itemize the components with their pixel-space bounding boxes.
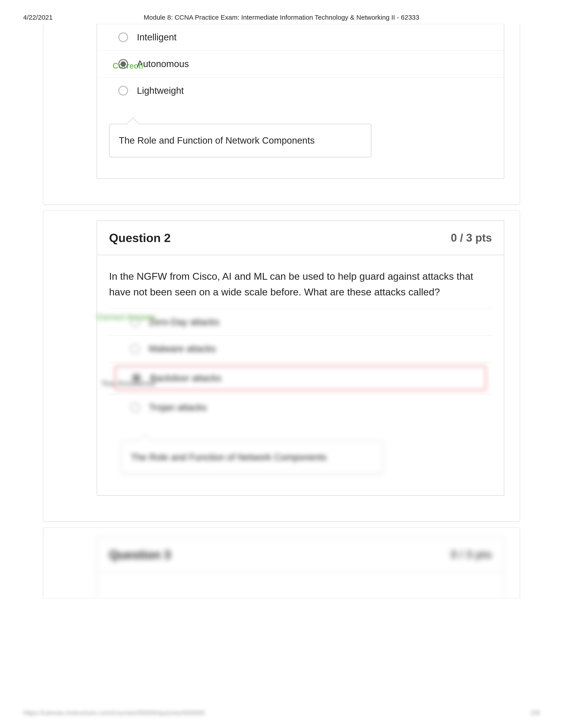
question-text: In the NGFW from Cisco, AI and ML can be… (109, 268, 492, 300)
side-label-correct: Correct! (53, 61, 143, 71)
question-points: 0 / 3 pts (451, 548, 492, 561)
radio-icon (118, 32, 128, 42)
answer-label: Malware attacks (149, 343, 216, 354)
radio-selected-icon (132, 373, 141, 383)
print-title: Module 8: CCNA Practice Exam: Intermedia… (0, 14, 563, 21)
answer-label: Lightweight (137, 85, 184, 96)
answer-label: Backdoor attacks (150, 373, 221, 383)
answer-label: Autonomous (137, 59, 189, 69)
question-header: Question 3 0 / 3 pts (97, 537, 504, 572)
radio-icon (130, 344, 140, 354)
question-header: Question 2 0 / 3 pts (97, 220, 504, 255)
answer-label: Trojan attacks (149, 402, 207, 413)
radio-icon (118, 86, 128, 96)
answer-option[interactable]: Autonomous (97, 51, 504, 77)
answer-option[interactable]: Zero-Day attacks (109, 309, 492, 335)
question-title: Question 3 (109, 548, 171, 561)
answer-option[interactable]: Trojan attacks (109, 394, 492, 421)
radio-icon (130, 403, 140, 412)
question-points: 0 / 3 pts (451, 231, 492, 244)
answer-label: Zero-Day attacks (149, 317, 219, 327)
topic-tag: The Role and Function of Network Compone… (109, 124, 371, 157)
answer-label: Intelligent (137, 32, 177, 43)
radio-selected-icon (118, 59, 128, 69)
radio-icon (130, 317, 140, 327)
question-card-2: Question 2 0 / 3 pts In the NGFW from Ci… (43, 210, 520, 522)
answer-option[interactable]: Intelligent (97, 24, 504, 51)
print-footer-url: https://canvas.instructure.com/courses/0… (23, 709, 205, 717)
topic-tag: The Role and Function of Network Compone… (121, 441, 383, 474)
answer-option-wrong[interactable]: Backdoor attacks (114, 365, 487, 391)
question-title: Question 2 (109, 231, 171, 245)
question-card-3: Question 3 0 / 3 pts (43, 527, 520, 598)
print-footer-page: 2/8 (531, 709, 540, 717)
answer-option[interactable]: Malware attacks (109, 336, 492, 362)
answer-option[interactable]: Lightweight (97, 77, 504, 104)
question-card-1: Correct! Intelligent Autonomous Lightwei… (43, 24, 520, 205)
